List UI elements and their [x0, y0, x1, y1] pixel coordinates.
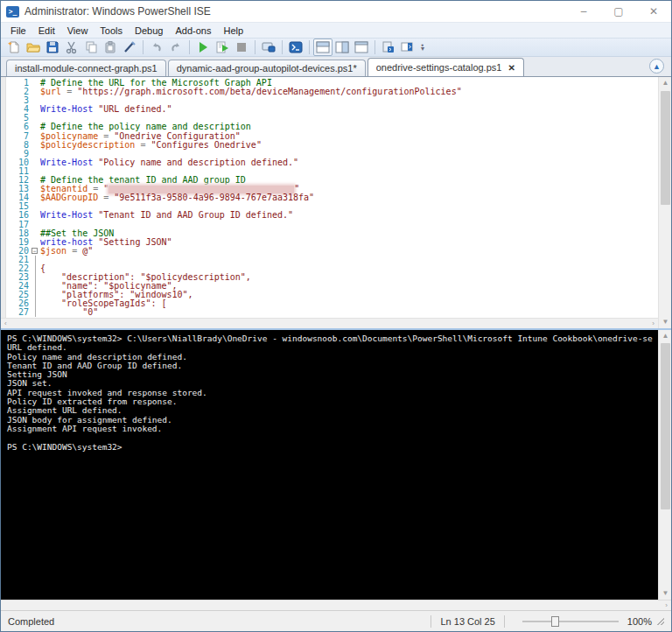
- console-output[interactable]: PS C:\WINDOWS\system32> C:\Users\NiallBr…: [1, 330, 658, 610]
- fold-margin: [29, 88, 40, 96]
- menu-view[interactable]: View: [61, 25, 94, 37]
- fold-margin: [29, 185, 40, 193]
- tab-label: onedrive-settings-catalog.ps1: [376, 62, 502, 73]
- resize-grip-icon[interactable]: [657, 618, 664, 625]
- menu-edit[interactable]: Edit: [32, 25, 61, 37]
- status-bar: Completed Ln 13 Col 25 100%: [1, 610, 671, 631]
- script-editor-pane: 1# Define the URL for the Microsoft Grap…: [1, 76, 671, 328]
- tab-strip: install-module-connect-graph.ps1dynamic-…: [1, 57, 671, 76]
- menu-tools[interactable]: Tools: [94, 25, 129, 37]
- powershell-app-icon: >_: [6, 6, 19, 18]
- code-line: 20−$json = @": [6, 247, 658, 256]
- fold-margin: [29, 123, 40, 131]
- code-area[interactable]: 1# Define the URL for the Microsoft Grap…: [6, 79, 658, 318]
- save-icon[interactable]: [43, 39, 62, 56]
- zoom-slider-thumb[interactable]: [551, 616, 559, 627]
- fold-margin: [29, 202, 40, 211]
- clear-console-pane-icon[interactable]: [120, 39, 139, 56]
- new-powershell-tab-icon[interactable]: [379, 39, 398, 56]
- show-script-pane-right-badge-icon[interactable]: [398, 39, 417, 56]
- undo-icon[interactable]: [147, 39, 166, 56]
- toolbar-separator: [309, 40, 310, 54]
- new-script-icon[interactable]: [4, 39, 24, 56]
- tab-dynamic-aad-group-autopilot-devices-ps1-[interactable]: dynamic-aad-group-autopilot-devices.ps1*: [168, 60, 366, 76]
- cursor-position: Ln 13 Col 25: [440, 616, 494, 627]
- show-script-pane-top-icon[interactable]: [313, 39, 332, 56]
- menu-bar: FileEditViewToolsDebugAdd-onsHelp: [1, 22, 671, 38]
- divider: [504, 615, 505, 628]
- code-line: 27 "0": [6, 308, 658, 317]
- scroll-up-icon[interactable]: ▲: [659, 77, 672, 89]
- close-icon[interactable]: ✕: [636, 1, 671, 22]
- code-line: 19write-host "Setting JSON": [6, 238, 658, 247]
- zoom-slider[interactable]: [522, 621, 619, 622]
- maximize-icon[interactable]: ▢: [601, 1, 636, 22]
- tab-label: install-module-connect-graph.ps1: [15, 63, 158, 74]
- start-powershell-icon[interactable]: [286, 39, 305, 56]
- fold-margin: [29, 105, 40, 114]
- zoom-level: 100%: [627, 616, 652, 627]
- open-script-icon[interactable]: [24, 39, 43, 56]
- show-script-pane-right-icon[interactable]: [332, 39, 352, 56]
- code-text: "0": [40, 308, 98, 317]
- fold-margin: [29, 150, 40, 158]
- fold-margin: [29, 229, 40, 238]
- toolbar-separator: [143, 40, 144, 54]
- fold-margin: [29, 96, 40, 105]
- menu-help[interactable]: Help: [217, 25, 249, 37]
- console-horizontal-scrollbar[interactable]: ›: [1, 600, 671, 610]
- code-line: 14$AADGroupID = "9e511f3a-9580-4a96-9894…: [6, 193, 658, 202]
- code-line: 21: [6, 256, 658, 264]
- fold-margin: [29, 141, 40, 150]
- run-selection-icon[interactable]: [213, 39, 232, 56]
- cut-icon[interactable]: [62, 39, 81, 56]
- menu-addons[interactable]: Add-ons: [169, 25, 217, 37]
- console-scroll-thumb[interactable]: [661, 343, 670, 509]
- paste-icon[interactable]: [101, 39, 120, 56]
- window-title: Administrator: Windows PowerShell ISE: [24, 5, 211, 18]
- fold-margin: [29, 79, 40, 88]
- tab-onedrive-settings-catalog-ps1[interactable]: onedrive-settings-catalog.ps1✕: [368, 58, 524, 76]
- menu-debug[interactable]: Debug: [129, 25, 169, 37]
- minimize-icon[interactable]: –: [566, 1, 601, 22]
- copy-icon[interactable]: [81, 39, 101, 56]
- code-text: Write-Host "Tenant ID and AAD Group ID d…: [40, 211, 293, 220]
- line-number: 16: [6, 211, 29, 220]
- title-bar: >_ Administrator: Windows PowerShell ISE…: [1, 1, 671, 22]
- tab-install-module-connect-graph-ps1[interactable]: install-module-connect-graph.ps1: [6, 60, 166, 76]
- code-line: 26 "roleScopeTagIds": [: [6, 299, 658, 308]
- chevron-up-icon[interactable]: ▲: [649, 59, 664, 74]
- new-remote-powershell-tab-icon[interactable]: [259, 39, 278, 56]
- fold-margin: [29, 238, 40, 247]
- menu-file[interactable]: File: [4, 25, 32, 37]
- run-script-icon[interactable]: [193, 39, 213, 56]
- code-text: Write-Host "Policy name and description …: [40, 158, 298, 167]
- show-script-pane-maximized-icon[interactable]: [352, 39, 371, 56]
- fold-collapse-icon[interactable]: −: [29, 247, 40, 256]
- redo-icon[interactable]: [166, 39, 186, 56]
- code-line: 4Write-Host "URL defined.": [6, 105, 658, 114]
- powershell-ise-window: >_ Administrator: Windows PowerShell ISE…: [0, 0, 672, 632]
- code-line: 8$policydescription = "Configures Onedri…: [6, 141, 658, 150]
- stop-operation-icon[interactable]: [232, 39, 251, 56]
- scroll-down-icon[interactable]: ▼: [659, 316, 672, 328]
- fold-margin: [29, 167, 40, 176]
- console-scroll-down-icon[interactable]: ▼: [659, 587, 671, 600]
- toolbar-overflow-icon[interactable]: ▪▾: [421, 44, 424, 51]
- code-text: $AADGroupID = "9e511f3a-9580-4a96-9894-7…: [40, 193, 314, 202]
- editor-vertical-scrollbar[interactable]: ▲ ▼: [658, 77, 671, 328]
- console-vertical-scrollbar[interactable]: ▲ ▼: [658, 330, 671, 600]
- tab-close-icon[interactable]: ✕: [508, 63, 514, 73]
- code-line: 10Write-Host "Policy name and descriptio…: [6, 158, 658, 167]
- toolbar-separator: [189, 40, 190, 54]
- editor-horizontal-scrollbar[interactable]: ‹›: [1, 318, 658, 328]
- code-text: $policydescription = "Configures Onedriv…: [40, 141, 262, 150]
- fold-margin: [29, 158, 40, 167]
- console-scroll-up-icon[interactable]: ▲: [659, 330, 671, 342]
- editor-scroll-thumb[interactable]: [661, 91, 670, 205]
- fold-guide-line: [35, 256, 36, 317]
- script-editor[interactable]: 1# Define the URL for the Microsoft Grap…: [1, 77, 658, 328]
- toolbar-separator: [282, 40, 283, 54]
- fold-margin: [29, 132, 40, 141]
- fold-margin: [29, 114, 40, 123]
